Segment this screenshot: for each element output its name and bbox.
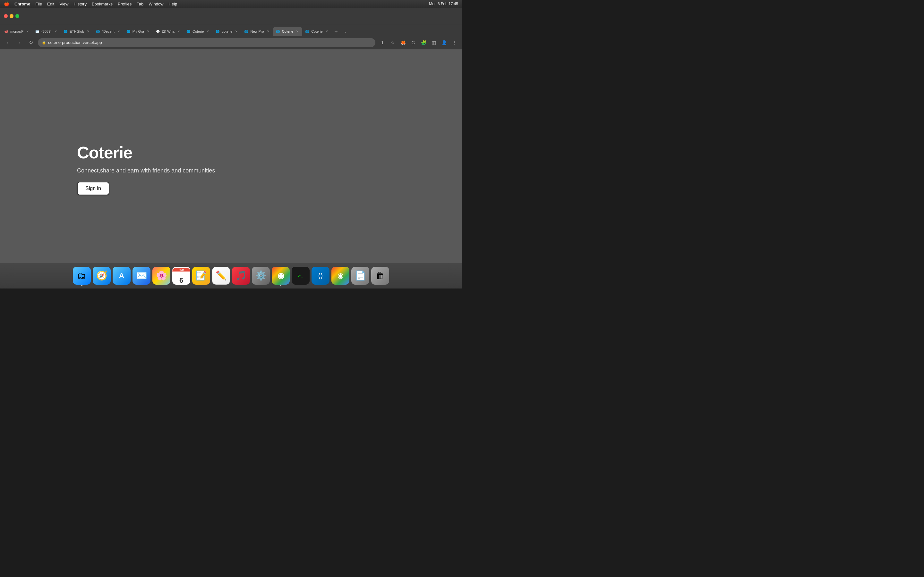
tab-close-ethglobal[interactable]: ✕ [86,29,90,34]
tab-close-grants[interactable]: ✕ [146,29,150,34]
app-subtitle: Connect,share and earn with friends and … [77,167,215,174]
dock-item-photos[interactable]: 🌸 [152,267,170,285]
menu-bar: 🍎 Chrome File Edit View History Bookmark… [0,0,462,8]
profile-button[interactable]: 👤 [439,38,449,47]
menu-window[interactable]: Window [149,2,163,6]
tab-close-coterie-last[interactable]: ✕ [325,29,329,34]
menu-bar-time: Mon 6 Feb 17:45 [429,2,458,6]
tab-favicon-coterie1: 🌐 [186,29,191,34]
bookmark-button[interactable]: ☆ [388,38,397,47]
tab-close-github[interactable]: ✕ [25,29,30,34]
menu-app-name[interactable]: Chrome [15,2,30,6]
tab-label-grants: My Gra [132,29,144,33]
tab-label-coterie1: Coterie [192,29,204,33]
address-text: coterie-production.vercel.app [48,40,372,45]
tab-coterie-prod[interactable]: 🌐 coterie ✕ [213,27,241,36]
tab-close-mail[interactable]: ✕ [53,29,58,34]
menu-help[interactable]: Help [169,2,178,6]
tab-coterie-last[interactable]: 🌐 Coterie ✕ [302,27,331,36]
dock-item-chrome-main[interactable]: ◉ [272,267,290,285]
maximize-button[interactable] [15,14,19,18]
tab-label-github: monar/F [10,29,23,33]
tab-favicon-decent: 🌐 [95,29,100,34]
content-area: Coterie Connect,share and earn with frie… [0,49,462,263]
tab-favicon-coterie-prod: 🌐 [215,29,220,34]
menu-bar-left: 🍎 Chrome File Edit View History Bookmark… [4,1,177,6]
omnibar: ‹ › ↻ 🔒 coterie-production.vercel.app ⬆ … [0,36,462,49]
tab-grants[interactable]: 🌐 My Gra ✕ [124,27,153,36]
lock-icon: 🔒 [42,40,46,45]
tab-coterie1[interactable]: 🌐 Coterie ✕ [184,27,213,36]
tab-favicon-github: 🐙 [4,29,8,34]
sign-in-button[interactable]: Sign in [77,182,110,195]
tab-expand-button[interactable]: ⌄ [341,27,350,36]
new-tab-button[interactable]: + [332,27,341,36]
tab-close-decent[interactable]: ✕ [116,29,121,34]
dock-item-music[interactable]: 🎵 [232,267,250,285]
tab-mail[interactable]: ✉️ (3089) ✕ [32,27,61,36]
tab-decent[interactable]: 🌐 "Decent ✕ [93,27,124,36]
dock-item-vscode[interactable]: ⟨⟩ [312,267,330,285]
tab-coterie-active[interactable]: 🌐 Coterie ✕ [273,27,302,36]
tab-newpro[interactable]: 🌐 New Pro ✕ [241,27,273,36]
tab-close-coterie1[interactable]: ✕ [206,29,210,34]
tab-label-ethglobal: ETHGlob [69,29,84,33]
tab-label-coterie-prod: coterie [222,29,232,33]
menu-history[interactable]: History [73,2,86,6]
menu-bookmarks[interactable]: Bookmarks [92,2,113,6]
tab-label-mail: (3089) [41,29,52,33]
dock-dot-finder [81,285,82,286]
extension-puzzle[interactable]: 🧩 [419,38,428,47]
tab-ethglobal[interactable]: 🌐 ETHGlob ✕ [61,27,93,36]
back-button[interactable]: ‹ [3,38,12,47]
dock-item-freeform[interactable]: ✏️ [212,267,230,285]
dock-item-trash[interactable]: 🗑 [371,267,389,285]
tab-favicon-mail: ✉️ [35,29,39,34]
tab-whatsapp[interactable]: 💬 (2) Wha ✕ [153,27,184,36]
menu-tab[interactable]: Tab [137,2,144,6]
title-bar [0,8,462,24]
tab-label-whatsapp: (2) Wha [162,29,174,33]
menu-profiles[interactable]: Profiles [118,2,132,6]
tab-favicon-whatsapp: 💬 [156,29,160,34]
address-bar[interactable]: 🔒 coterie-production.vercel.app [38,38,375,47]
menu-file[interactable]: File [35,2,42,6]
tab-close-newpro[interactable]: ✕ [266,29,270,34]
dock: 🗂 🧭 A ✉️ 🌸 FEB 6 📝 ✏️ 🎵 ⚙️ ◉ >_ ⟨⟩ ◉ 📄 🗑 [0,263,462,288]
dock-item-mail[interactable]: ✉️ [132,267,150,285]
sidebar-button[interactable]: ▥ [429,38,438,47]
tab-close-coterie-active[interactable]: ✕ [295,29,300,34]
minimize-button[interactable] [10,14,13,18]
dock-item-preferences[interactable]: ⚙️ [252,267,270,285]
menu-dots[interactable]: ⋮ [450,38,459,47]
dock-item-calendar[interactable]: FEB 6 [172,267,190,285]
dock-item-chrome2[interactable]: ◉ [331,267,349,285]
dock-item-terminal[interactable]: >_ [292,267,310,285]
tab-favicon-grants: 🌐 [126,29,131,34]
forward-button[interactable]: › [15,38,24,47]
tab-close-coterie-prod[interactable]: ✕ [234,29,239,34]
close-button[interactable] [4,14,8,18]
app-title: Coterie [77,143,132,162]
chrome-window: 🐙 monar/F ✕ ✉️ (3089) ✕ 🌐 ETHGlob ✕ 🌐 "D… [0,8,462,288]
dock-item-notes[interactable]: 📝 [192,267,210,285]
menu-view[interactable]: View [59,2,68,6]
reload-button[interactable]: ↻ [26,38,35,47]
dock-item-finder[interactable]: 🗂 [73,267,91,285]
extension-g[interactable]: G [409,38,418,47]
tab-label-coterie-last: Coterie [311,29,322,33]
tab-github[interactable]: 🐙 monar/F ✕ [1,27,32,36]
apple-menu[interactable]: 🍎 [4,1,9,6]
dock-item-safari[interactable]: 🧭 [93,267,111,285]
dock-item-files[interactable]: 📄 [351,267,369,285]
dock-item-appstore[interactable]: A [113,267,131,285]
omnibar-actions: ⬆ ☆ 🦊 G 🧩 ▥ 👤 ⋮ [378,38,459,47]
tab-label-decent: "Decent [102,29,115,33]
tab-label-coterie-active: Coterie [282,29,293,33]
menu-edit[interactable]: Edit [47,2,54,6]
extension-fox[interactable]: 🦊 [399,38,407,47]
tab-label-newpro: New Pro [250,29,264,33]
share-button[interactable]: ⬆ [378,38,387,47]
tab-close-whatsapp[interactable]: ✕ [176,29,181,34]
traffic-lights [4,14,19,18]
